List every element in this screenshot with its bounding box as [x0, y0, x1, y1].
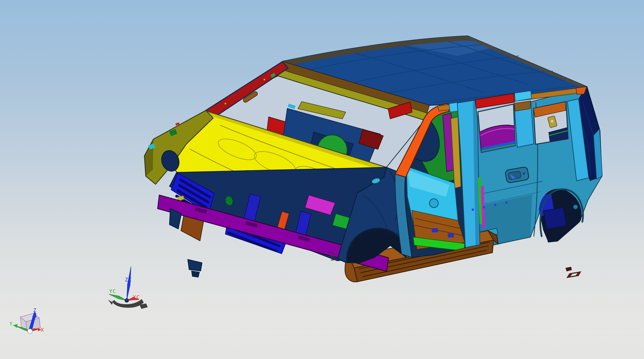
pillar-screw	[224, 103, 226, 104]
seat-anchor-2	[448, 233, 454, 237]
floor-speaker	[430, 199, 438, 208]
rear-door-window[interactable]	[478, 104, 516, 153]
cad-viewport: { "viewport": { "background_top": "#98be…	[0, 0, 644, 359]
wcs-origin[interactable]	[125, 299, 129, 302]
wcs-handle-arrowhead	[108, 300, 113, 305]
pillar-screw-2	[264, 79, 265, 80]
hitch-step	[192, 271, 200, 277]
floating-parts[interactable]	[566, 267, 581, 278]
wcs-x-label: XC	[133, 294, 140, 300]
inner-box[interactable]	[543, 207, 566, 229]
clip-hole	[551, 120, 554, 123]
wcs-y-axis[interactable]	[109, 294, 127, 301]
quarter-window[interactable]	[534, 102, 568, 144]
wcs-z-axis[interactable]	[127, 267, 131, 300]
hitch-plate[interactable]	[188, 259, 202, 271]
datum-z-label: Z	[33, 307, 36, 313]
datum-origin-shine	[28, 329, 30, 331]
datum-csys[interactable]: Z Y X	[10, 307, 44, 334]
car-body-model[interactable]	[144, 36, 602, 282]
datum-y-head	[13, 324, 18, 328]
wcs-y-label: YC	[109, 288, 116, 294]
cad-3d-scene: ZC YC XC Z Y X	[0, 0, 644, 359]
datum-x-label: X	[41, 327, 44, 333]
wcs-z-label: ZC	[125, 277, 132, 283]
datum-y-label: Y	[10, 321, 12, 327]
wcs-triad[interactable]: ZC YC XC	[108, 267, 148, 309]
small-red-chip[interactable]	[566, 267, 572, 271]
seat-anchor	[432, 228, 438, 232]
wcs-origin-dot	[126, 299, 126, 300]
fuel-filler-hole[interactable]	[573, 205, 578, 209]
datum-origin-sphere[interactable]	[28, 329, 32, 334]
